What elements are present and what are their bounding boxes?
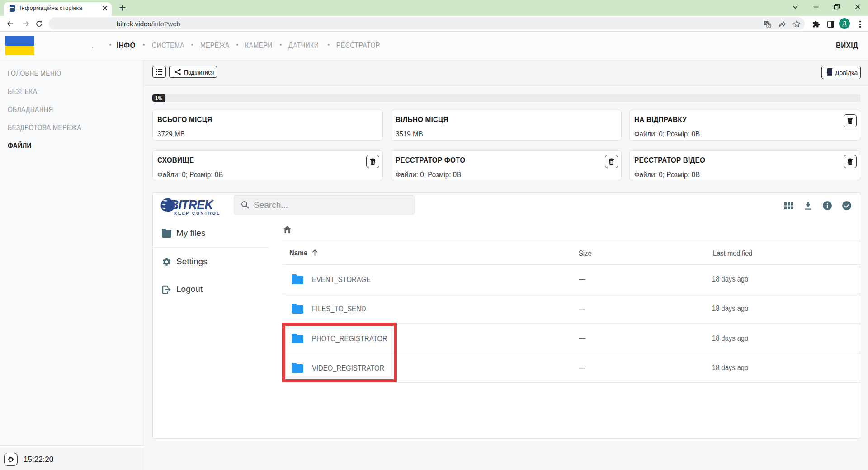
svg-text:KEEP CONTROL: KEEP CONTROL — [174, 211, 221, 216]
svg-text:BITREK: BITREK — [170, 197, 214, 212]
